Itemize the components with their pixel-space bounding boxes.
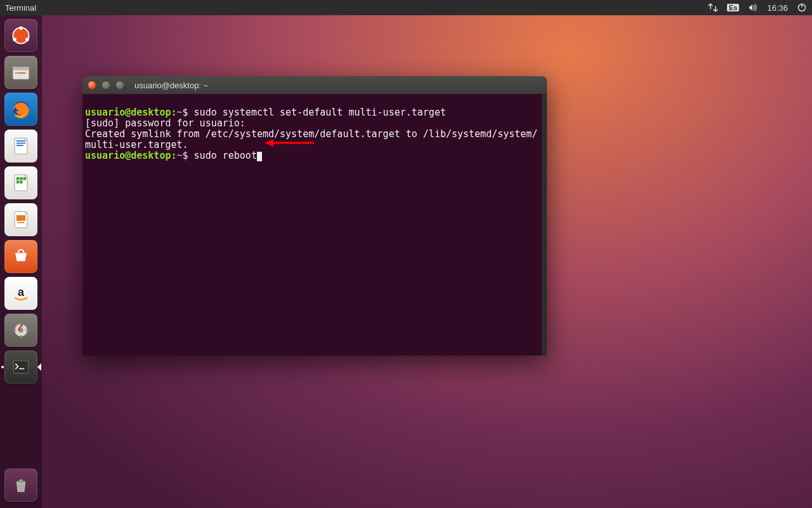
terminal-line: usuario@desktop:~$ sudo systemctl set-de… [85, 107, 446, 118]
svg-rect-35 [13, 361, 28, 373]
svg-rect-21 [20, 180, 23, 184]
dash-icon [10, 24, 32, 47]
svg-rect-38 [19, 479, 22, 481]
network-indicator-icon[interactable] [708, 3, 718, 13]
terminal-line: usuario@desktop:~$ sudo reboot [85, 150, 262, 161]
launcher-settings[interactable] [4, 314, 37, 347]
terminal-window[interactable]: usuario@desktop: ~ usuario@desktop:~$ su… [82, 76, 547, 356]
command-text: sudo systemctl set-default multi-user.ta… [194, 107, 446, 118]
prompt-user-host: usuario@desktop [85, 150, 171, 161]
running-pip-icon [1, 366, 4, 368]
terminal-line: [sudo] password for usuario: [85, 117, 246, 129]
launcher-impress[interactable] [4, 203, 37, 236]
firefox-icon [10, 98, 32, 121]
terminal-line: Created symlink from /etc/systemd/system… [85, 128, 537, 150]
unity-launcher: a [0, 15, 42, 508]
keyboard-indicator[interactable]: Es [727, 4, 739, 11]
svg-point-4 [13, 38, 16, 41]
window-maximize-button[interactable] [115, 81, 124, 90]
svg-rect-24 [16, 215, 25, 221]
svg-rect-19 [23, 177, 27, 180]
top-menubar: Terminal Es 16:36 [0, 0, 812, 15]
svg-rect-13 [16, 143, 25, 144]
launcher-trash[interactable] [4, 469, 37, 502]
writer-icon [10, 135, 32, 157]
svg-rect-8 [18, 72, 26, 74]
svg-rect-20 [16, 180, 20, 184]
cursor-icon [257, 152, 262, 161]
window-title: usuario@desktop: ~ [134, 81, 208, 90]
prompt-user-host: usuario@desktop [85, 107, 171, 118]
command-text: sudo reboot [194, 150, 257, 161]
launcher-writer[interactable] [4, 130, 37, 163]
svg-text:a: a [18, 286, 25, 298]
svg-rect-9 [15, 72, 17, 74]
launcher-files[interactable] [4, 56, 37, 89]
menubar-app-title: Terminal [5, 3, 36, 13]
clock[interactable]: 16:36 [767, 3, 788, 13]
svg-rect-25 [18, 222, 25, 224]
files-icon [10, 61, 32, 84]
software-icon [10, 245, 32, 268]
launcher-dash[interactable] [4, 19, 37, 52]
window-minimize-button[interactable] [102, 81, 110, 90]
keyboard-indicator-label: Es [727, 4, 739, 11]
svg-rect-17 [16, 177, 20, 180]
launcher-amazon[interactable]: a [4, 277, 37, 310]
settings-icon [10, 319, 32, 342]
window-titlebar[interactable]: usuario@desktop: ~ [82, 76, 547, 94]
active-arrow-icon [37, 363, 41, 371]
amazon-icon: a [10, 282, 32, 305]
window-close-button[interactable] [88, 81, 96, 90]
svg-point-3 [19, 27, 22, 30]
prompt-path: ~ [177, 150, 183, 161]
launcher-calc[interactable] [4, 166, 37, 199]
session-indicator-icon[interactable] [797, 3, 807, 13]
launcher-terminal[interactable] [4, 351, 37, 384]
calc-icon [10, 171, 32, 194]
launcher-software[interactable] [4, 240, 37, 273]
impress-icon [10, 208, 32, 231]
launcher-firefox[interactable] [4, 93, 37, 126]
trash-icon [10, 474, 32, 497]
svg-rect-18 [20, 177, 23, 180]
svg-point-5 [25, 38, 29, 41]
terminal-icon [10, 356, 32, 378]
svg-rect-14 [16, 145, 23, 146]
svg-rect-7 [13, 67, 29, 70]
terminal-scrollbar[interactable] [542, 94, 547, 356]
terminal-body[interactable]: usuario@desktop:~$ sudo systemctl set-de… [82, 94, 547, 356]
sound-indicator-icon[interactable] [748, 3, 758, 13]
prompt-path: ~ [177, 107, 183, 118]
svg-rect-12 [16, 140, 25, 142]
